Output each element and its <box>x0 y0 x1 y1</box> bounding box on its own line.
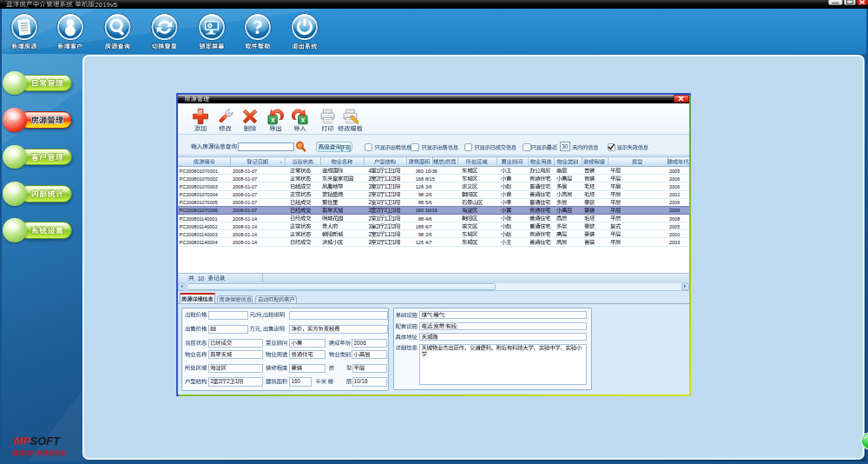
svg-text:188: 188 <box>416 224 424 229</box>
svg-text:2006: 2006 <box>669 208 680 213</box>
svg-text:2008-01-14: 2008-01-14 <box>233 216 257 222</box>
svg-text:1: 1 <box>235 378 239 384</box>
svg-text:16/36: 16/36 <box>425 169 437 174</box>
svg-text:1: 1 <box>392 231 396 237</box>
svg-text:168: 168 <box>416 176 424 182</box>
svg-text:3: 3 <box>368 207 372 213</box>
svg-text:1: 1 <box>385 183 388 189</box>
svg-text:160: 160 <box>416 208 424 213</box>
svg-text::: : <box>432 312 434 318</box>
svg-text:2: 2 <box>377 207 380 213</box>
svg-text:1: 1 <box>385 199 388 205</box>
svg-text:/: / <box>444 159 445 165</box>
svg-text:5/6: 5/6 <box>425 200 432 205</box>
svg-text:4/7: 4/7 <box>425 240 432 245</box>
svg-text:10/16: 10/16 <box>354 378 368 384</box>
svg-text:30: 30 <box>562 143 569 149</box>
svg-text:2000: 2000 <box>669 232 680 237</box>
svg-text:?: ? <box>253 17 263 38</box>
svg-text:PC200801070001: PC200801070001 <box>180 169 218 174</box>
svg-text:MP: MP <box>13 434 30 447</box>
svg-text:1: 1 <box>385 215 388 222</box>
svg-text:X: X <box>271 117 275 123</box>
svg-text:2008: 2008 <box>669 216 680 222</box>
svg-text:4/6: 4/6 <box>425 216 432 222</box>
svg-text:1: 1 <box>377 199 380 205</box>
svg-text:2008-01-14: 2008-01-14 <box>233 232 257 237</box>
svg-text:2: 2 <box>227 378 230 384</box>
svg-text:360: 360 <box>416 169 424 174</box>
svg-text:2002: 2002 <box>669 192 680 197</box>
svg-text:2: 2 <box>385 207 388 213</box>
svg-text:1: 1 <box>377 183 380 189</box>
svg-text:2006: 2006 <box>354 340 367 346</box>
svg-text:PC200801140002: PC200801140002 <box>180 224 218 229</box>
svg-text::: : <box>444 312 446 318</box>
svg-text:2005: 2005 <box>669 169 680 174</box>
svg-text:1: 1 <box>392 215 396 222</box>
svg-text:98: 98 <box>418 232 424 237</box>
svg-text::: : <box>457 323 458 329</box>
svg-text:1: 1 <box>392 183 396 189</box>
svg-text:10: 10 <box>198 275 205 282</box>
svg-text:,: , <box>261 312 263 318</box>
svg-text:10/16: 10/16 <box>425 208 437 213</box>
svg-text:1: 1 <box>392 239 396 245</box>
svg-text:88: 88 <box>418 216 424 222</box>
svg-text:,: , <box>260 326 262 332</box>
svg-text::: : <box>444 323 446 329</box>
svg-text:126: 126 <box>416 240 424 245</box>
svg-text:X: X <box>300 117 305 123</box>
svg-text:2008-01-07: 2008-01-07 <box>233 169 257 174</box>
svg-text:3: 3 <box>210 378 214 384</box>
svg-text:4: 4 <box>368 168 372 174</box>
svg-text:2: 2 <box>368 231 372 237</box>
svg-text:/: / <box>255 312 257 318</box>
svg-text:2: 2 <box>385 223 388 229</box>
svg-text:PC200801070003: PC200801070003 <box>180 184 218 189</box>
svg-text:1: 1 <box>385 191 388 197</box>
svg-text:PC200801140001: PC200801140001 <box>180 216 218 222</box>
svg-text:2019v5: 2019v5 <box>95 1 117 9</box>
svg-text:2008-01-07: 2008-01-07 <box>233 184 257 189</box>
svg-text:1: 1 <box>385 231 388 237</box>
svg-text:160: 160 <box>292 378 301 384</box>
svg-text:1: 1 <box>392 199 396 205</box>
svg-text:2008-01-07: 2008-01-07 <box>233 176 257 182</box>
svg-text:88: 88 <box>210 326 217 332</box>
svg-text:98: 98 <box>418 192 424 197</box>
svg-text:1: 1 <box>385 168 388 174</box>
svg-text:3: 3 <box>368 223 372 229</box>
svg-text:PC200801070005: PC200801070005 <box>180 200 218 205</box>
svg-text:1: 1 <box>377 168 380 174</box>
svg-text:PC200801140004: PC200801140004 <box>180 240 218 245</box>
svg-text:2008-01-14: 2008-01-14 <box>233 224 257 229</box>
svg-text:2006: 2006 <box>669 200 680 205</box>
svg-text:2: 2 <box>368 199 372 205</box>
svg-text:2005: 2005 <box>669 224 680 229</box>
svg-text:2008-01-14: 2008-01-14 <box>233 240 257 245</box>
svg-text:PC200801070006: PC200801070006 <box>180 208 218 213</box>
svg-text:2/6: 2/6 <box>425 232 432 237</box>
svg-text:3/6: 3/6 <box>425 184 432 189</box>
svg-text:1: 1 <box>392 207 396 213</box>
svg-text:SOFT: SOFT <box>30 434 62 447</box>
svg-text:2006: 2006 <box>669 184 680 189</box>
svg-text:2: 2 <box>368 191 372 197</box>
svg-text:1: 1 <box>377 191 380 197</box>
svg-text:PC200801140003: PC200801140003 <box>180 232 218 237</box>
svg-text:PC200801070004: PC200801070004 <box>180 192 218 197</box>
svg-text:1: 1 <box>392 168 396 174</box>
svg-text:2: 2 <box>368 215 372 222</box>
svg-text:2/6: 2/6 <box>425 192 432 197</box>
svg-text:3: 3 <box>368 183 372 189</box>
svg-text:88: 88 <box>418 200 424 205</box>
svg-text:2: 2 <box>377 176 380 182</box>
svg-text:1: 1 <box>392 191 396 197</box>
svg-text:2008-01-07: 2008-01-07 <box>233 208 257 213</box>
svg-text:3: 3 <box>368 239 372 245</box>
svg-text:8/15: 8/15 <box>425 176 435 182</box>
svg-text:1: 1 <box>377 215 380 222</box>
svg-text:2008-01-07: 2008-01-07 <box>233 200 257 205</box>
svg-text:PC200801070002: PC200801070002 <box>180 176 218 182</box>
